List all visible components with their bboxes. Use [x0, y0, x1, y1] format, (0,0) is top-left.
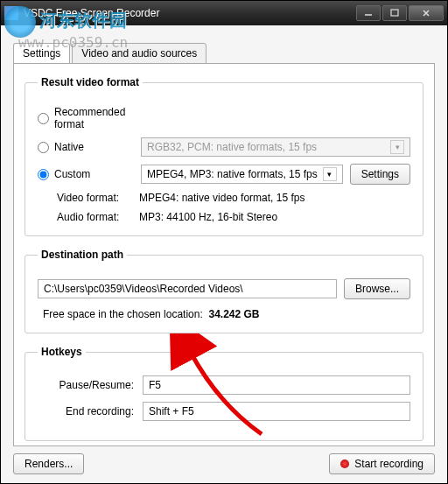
end-recording-input[interactable]: [143, 402, 410, 421]
video-format-value: MPEG4: native video format, 15 fps: [139, 192, 304, 204]
native-radio[interactable]: Native: [38, 141, 134, 153]
hotkeys-group: Hotkeys Pause/Resume: End recording:: [24, 346, 424, 441]
native-combo: RGB32, PCM: native formats, 15 fps ▾: [141, 137, 410, 157]
audio-format-label: Audio format:: [57, 211, 139, 223]
start-recording-button[interactable]: Start recording: [329, 453, 435, 474]
free-space-value: 34.242 GB: [208, 308, 259, 320]
browse-button[interactable]: Browse...: [344, 278, 410, 299]
destination-path-input[interactable]: [38, 279, 337, 298]
chevron-down-icon: ▾: [390, 140, 404, 154]
audio-format-value: MP3: 44100 Hz, 16-bit Stereo: [139, 211, 277, 223]
tab-panel: Result video format Recommended format N…: [13, 63, 435, 446]
renders-button[interactable]: Renders...: [13, 453, 84, 474]
custom-combo[interactable]: MPEG4, MP3: native formats, 15 fps ▾: [141, 165, 343, 184]
hotkeys-legend: Hotkeys: [38, 346, 86, 358]
recommended-radio[interactable]: Recommended format: [38, 106, 134, 130]
recommended-label: Recommended format: [54, 106, 134, 130]
chevron-down-icon[interactable]: ▾: [323, 167, 337, 181]
native-label: Native: [54, 141, 84, 153]
settings-button[interactable]: Settings: [350, 164, 410, 185]
custom-radio[interactable]: Custom: [38, 168, 134, 180]
result-legend: Result video format: [38, 76, 143, 88]
video-format-label: Video format:: [57, 192, 139, 204]
maximize-button[interactable]: [382, 5, 407, 21]
tab-video-audio-sources[interactable]: Video and audio sources: [72, 43, 206, 64]
result-video-format-group: Result video format Recommended format N…: [24, 76, 424, 236]
record-icon: [340, 459, 349, 468]
svg-rect-0: [391, 10, 398, 16]
app-icon: [4, 6, 18, 20]
destination-legend: Destination path: [38, 249, 127, 261]
custom-label: Custom: [54, 168, 90, 180]
pause-resume-input[interactable]: [143, 375, 410, 395]
titlebar: VSDC Free Screen Recorder: [1, 1, 447, 25]
close-button[interactable]: [409, 5, 444, 21]
free-space-label: Free space in the chosen location:: [43, 308, 203, 320]
pause-resume-label: Pause/Resume:: [38, 379, 134, 391]
minimize-button[interactable]: [356, 5, 381, 21]
start-recording-label: Start recording: [354, 458, 424, 470]
end-recording-label: End recording:: [38, 405, 134, 417]
tab-settings[interactable]: Settings: [13, 43, 70, 64]
destination-path-group: Destination path Browse... Free space in…: [24, 249, 424, 333]
window-title: VSDC Free Screen Recorder: [24, 7, 356, 19]
